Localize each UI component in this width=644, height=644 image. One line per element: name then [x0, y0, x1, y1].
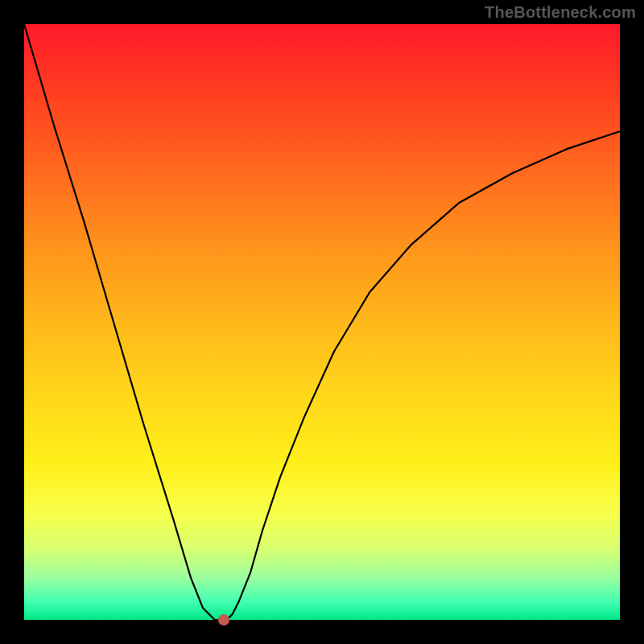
optimum-marker	[218, 614, 229, 625]
bottleneck-curve	[24, 24, 620, 620]
plot-area	[24, 24, 620, 620]
chart-frame: TheBottleneck.com	[0, 0, 644, 644]
watermark-text: TheBottleneck.com	[485, 3, 636, 22]
curve-svg	[24, 24, 620, 620]
